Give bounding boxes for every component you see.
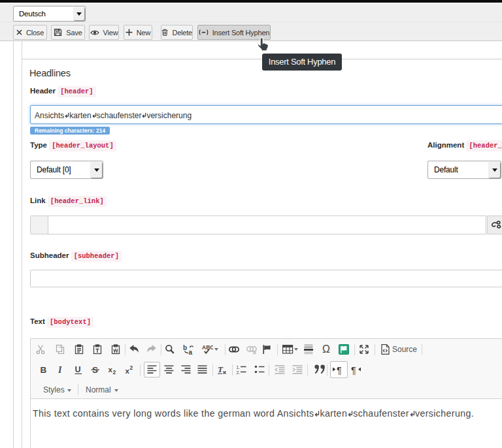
svg-text:I: I	[58, 365, 62, 375]
svg-text:2: 2	[113, 369, 116, 375]
svg-text:1.: 1.	[237, 365, 241, 370]
svg-text:¶: ¶	[337, 365, 342, 376]
svg-text:T: T	[218, 364, 224, 374]
svg-text:2: 2	[130, 364, 133, 371]
svg-text:a: a	[189, 349, 193, 355]
svg-text:ABC: ABC	[202, 344, 213, 351]
svg-text:¶: ¶	[351, 365, 356, 376]
svg-text:b: b	[183, 344, 187, 351]
svg-text:x: x	[126, 367, 130, 375]
svg-text:2.: 2.	[237, 370, 241, 375]
svg-text:B: B	[41, 365, 47, 375]
svg-text:U: U	[75, 365, 81, 374]
svg-text:x: x	[109, 366, 113, 374]
svg-text:Ω: Ω	[322, 344, 330, 355]
